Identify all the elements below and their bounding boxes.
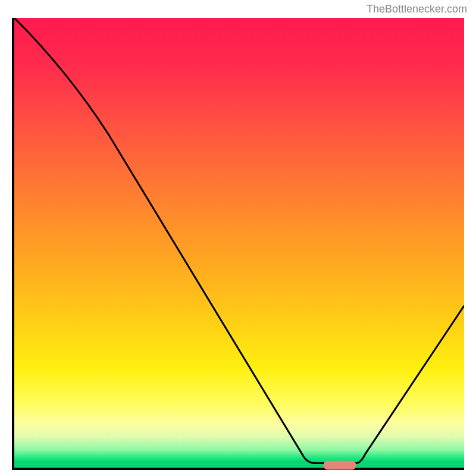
chart-area (12, 18, 464, 470)
curve-line (14, 18, 464, 468)
watermark-text: TheBottlenecker.com (367, 3, 467, 15)
optimal-marker (324, 461, 356, 470)
